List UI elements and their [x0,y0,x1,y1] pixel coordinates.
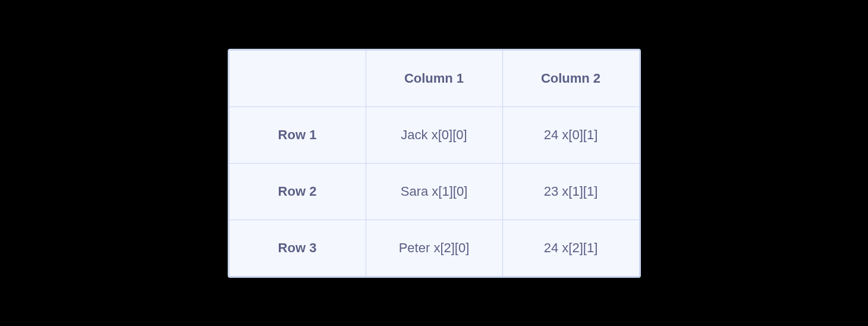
table-cell: 24 x[2][1] [502,220,639,276]
column-header-1: Column 1 [366,50,502,106]
table-cell: Peter x[2][0] [366,220,502,276]
table-row: Row 3 Peter x[2][0] 24 x[2][1] [229,220,639,276]
column-header-2: Column 2 [502,50,639,106]
table-cell: 23 x[1][1] [502,163,639,220]
table-row: Row 2 Sara x[1][0] 23 x[1][1] [229,163,639,220]
row-header-2: Row 2 [229,163,366,220]
table-cell: Jack x[0][0] [366,106,502,163]
table-row: Row 1 Jack x[0][0] 24 x[0][1] [229,106,639,163]
row-header-3: Row 3 [229,220,366,276]
data-table-container: Column 1 Column 2 Row 1 Jack x[0][0] 24 … [228,49,641,278]
data-table: Column 1 Column 2 Row 1 Jack x[0][0] 24 … [229,50,640,277]
table-cell: Sara x[1][0] [366,163,502,220]
corner-cell [229,50,366,106]
table-header-row: Column 1 Column 2 [229,50,639,106]
row-header-1: Row 1 [229,106,366,163]
table-cell: 24 x[0][1] [502,106,639,163]
